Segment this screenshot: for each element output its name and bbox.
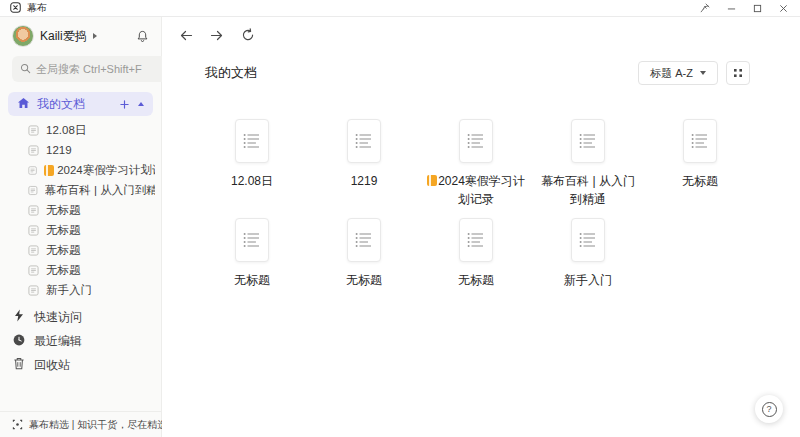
- sidebar-item-recent-edits[interactable]: 最近编辑: [0, 329, 161, 353]
- mubu-featured-icon: [12, 416, 23, 434]
- card-title: 无标题: [346, 271, 382, 289]
- search-row: [0, 52, 161, 90]
- search-icon: [20, 60, 31, 78]
- card-title: 2024寒假学习计划记录: [424, 172, 528, 208]
- maximize-icon[interactable]: [753, 4, 762, 13]
- sidebar-doc-item[interactable]: 12.08日: [0, 120, 161, 140]
- doc-label: 新手入门: [46, 283, 92, 298]
- back-button[interactable]: [177, 27, 195, 44]
- forward-button[interactable]: [208, 27, 226, 44]
- doc-label: 无标题: [46, 203, 81, 218]
- chevron-down-icon: [700, 71, 706, 75]
- sidebar-doc-item[interactable]: 幕布百科 | 从入门到精通: [0, 180, 161, 200]
- document-outline-icon: [347, 119, 381, 163]
- main-header: 我的文档 标题 A-Z: [162, 44, 800, 85]
- document-card[interactable]: 无标题: [308, 218, 420, 289]
- titlebar-app: 幕布: [10, 0, 47, 17]
- sort-label: 标题 A-Z: [650, 66, 693, 81]
- header-actions: 标题 A-Z: [638, 61, 750, 85]
- sort-dropdown[interactable]: 标题 A-Z: [638, 61, 718, 85]
- refresh-button[interactable]: [239, 26, 257, 44]
- document-outline-icon: [235, 218, 269, 262]
- user-menu[interactable]: Kaili爱捣: [0, 17, 161, 52]
- card-title: 无标题: [458, 271, 494, 289]
- document-card[interactable]: 新手入门: [532, 218, 644, 289]
- doc-label: 无标题: [46, 243, 81, 258]
- sidebar-doc-item[interactable]: 无标题: [0, 220, 161, 240]
- document-grid: 12.08日 1219 2024寒假学习计划记录: [162, 85, 800, 289]
- pin-icon[interactable]: [700, 3, 710, 13]
- trash-icon: [13, 356, 25, 374]
- card-title: 新手入门: [564, 271, 612, 289]
- lightning-icon: [13, 308, 25, 326]
- notebook-icon: [44, 165, 54, 176]
- help-button[interactable]: ?: [755, 395, 783, 423]
- notification-bell-icon[interactable]: [136, 30, 149, 43]
- sidebar-doc-item[interactable]: 2024寒假学习计划记录: [0, 160, 161, 180]
- doc-label: 幕布百科 | 从入门到精通: [45, 183, 155, 198]
- my-documents-label: 我的文档: [37, 96, 85, 113]
- global-search[interactable]: [12, 56, 186, 82]
- document-card[interactable]: 幕布百科 | 从入门到精通: [532, 119, 644, 208]
- avatar[interactable]: [12, 25, 34, 47]
- document-card[interactable]: 无标题: [196, 218, 308, 289]
- card-title: 幕布百科 | 从入门到精通: [536, 172, 640, 208]
- card-title: 1219: [351, 172, 378, 190]
- quick-access-label: 快速访问: [34, 309, 82, 326]
- doc-label: 12.08日: [46, 123, 86, 138]
- sidebar-doc-item[interactable]: 无标题: [0, 200, 161, 220]
- doc-label: 2024寒假学习计划记录: [57, 163, 155, 178]
- recent-edits-label: 最近编辑: [34, 333, 82, 350]
- mubu-logo-icon: [10, 0, 21, 17]
- add-icon[interactable]: [120, 95, 129, 113]
- page-title: 我的文档: [205, 64, 257, 82]
- document-card[interactable]: 1219: [308, 119, 420, 208]
- nav-toolbar: [162, 17, 800, 44]
- question-mark-icon: ?: [762, 402, 777, 417]
- document-outline-icon: [571, 218, 605, 262]
- doc-label: 无标题: [46, 223, 81, 238]
- document-outline-icon: [459, 119, 493, 163]
- sidebar-doc-item[interactable]: 无标题: [0, 260, 161, 280]
- user-name: Kaili爱捣: [40, 28, 87, 45]
- document-card[interactable]: 无标题: [420, 218, 532, 289]
- document-outline-icon: [459, 218, 493, 262]
- document-card[interactable]: 2024寒假学习计划记录: [420, 119, 532, 208]
- sidebar-links: 快速访问 最近编辑 回收站: [0, 305, 161, 377]
- card-title: 无标题: [682, 172, 718, 190]
- sidebar-doc-item[interactable]: 1219: [0, 140, 161, 160]
- app-title: 幕布: [27, 1, 47, 15]
- collapse-icon[interactable]: [138, 102, 144, 106]
- document-outline-icon: [235, 119, 269, 163]
- search-input[interactable]: [36, 63, 178, 75]
- trash-label: 回收站: [34, 357, 70, 374]
- titlebar: 幕布: [0, 0, 800, 17]
- document-card[interactable]: 12.08日: [196, 119, 308, 208]
- sidebar: Kaili爱捣: [0, 17, 162, 437]
- window-controls: [700, 3, 788, 13]
- mubu-featured-banner[interactable]: 幕布精选 | 知识干货，尽在精选: [0, 411, 161, 437]
- grid-view-icon: [733, 68, 743, 78]
- sidebar-doc-item[interactable]: 无标题: [0, 240, 161, 260]
- close-icon[interactable]: [779, 4, 788, 13]
- sidebar-doc-item[interactable]: 新手入门: [0, 280, 161, 300]
- minimize-icon[interactable]: [727, 4, 736, 13]
- sidebar-item-quick-access[interactable]: 快速访问: [0, 305, 161, 329]
- document-list: 12.08日 1219 2024寒假学习计划记录 幕布百科 | 从入门到精通 无…: [0, 120, 161, 300]
- clock-icon: [13, 332, 25, 350]
- sidebar-item-trash[interactable]: 回收站: [0, 353, 161, 377]
- home-icon: [17, 95, 30, 113]
- mubu-featured-label: 幕布精选 | 知识干货，尽在精选: [29, 418, 167, 432]
- document-outline-icon: [683, 119, 717, 163]
- notebook-icon: [427, 175, 437, 186]
- document-outline-icon: [347, 218, 381, 262]
- chevron-right-icon: [93, 33, 97, 39]
- app-frame: Kaili爱捣: [0, 17, 800, 437]
- document-outline-icon: [571, 119, 605, 163]
- main-content: 我的文档 标题 A-Z 12.08日: [162, 17, 800, 437]
- sidebar-item-my-documents[interactable]: 我的文档: [8, 92, 153, 116]
- card-title: 无标题: [234, 271, 270, 289]
- view-toggle-button[interactable]: [726, 61, 750, 85]
- document-card[interactable]: 无标题: [644, 119, 756, 208]
- app-window: 幕布 Kaili爱捣: [0, 0, 800, 437]
